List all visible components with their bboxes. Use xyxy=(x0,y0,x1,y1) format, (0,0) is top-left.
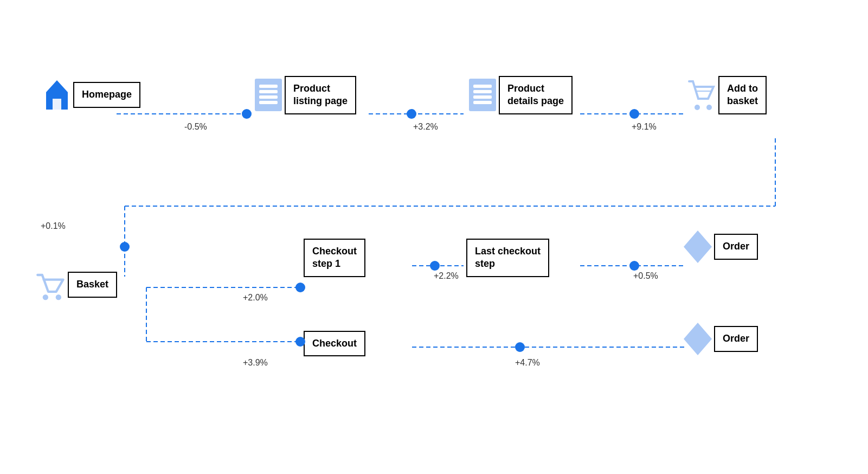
last-checkout-node: Last checkout step xyxy=(466,239,549,277)
svg-marker-30 xyxy=(684,230,712,263)
dot-listing-details xyxy=(407,109,416,119)
dot-checkout-order2 xyxy=(515,342,525,352)
label-checkout-order2: +4.7% xyxy=(515,358,540,368)
checkout-step1-label: Checkout step 1 xyxy=(304,239,365,277)
product-listing-label: Product listing page xyxy=(285,76,356,114)
add-to-basket-label: Add to basket xyxy=(718,76,767,114)
label-basket-checkout: +3.9% xyxy=(243,358,268,368)
diamond-icon-2 xyxy=(681,320,714,358)
homepage-node: Homepage xyxy=(41,76,140,114)
checkout-step1-node: Checkout step 1 xyxy=(304,239,365,277)
diamond-icon-1 xyxy=(681,228,714,266)
svg-rect-14 xyxy=(53,99,61,110)
checkout-label: Checkout xyxy=(304,331,365,356)
homepage-label: Homepage xyxy=(73,82,140,107)
dot-basket-loop xyxy=(120,242,130,252)
listing-icon xyxy=(252,76,285,114)
svg-rect-24 xyxy=(473,101,492,104)
add-to-basket-node: Add to basket xyxy=(686,76,767,114)
diagram: Homepage Product listing page xyxy=(0,0,868,474)
details-icon xyxy=(466,76,499,114)
product-details-label: Product details page xyxy=(499,76,573,114)
dot-homepage-listing xyxy=(242,109,252,119)
svg-rect-16 xyxy=(259,85,278,88)
dot-basket-checkout1 xyxy=(295,283,305,292)
svg-point-29 xyxy=(56,294,61,300)
svg-rect-17 xyxy=(259,90,278,93)
basket-label: Basket xyxy=(68,272,117,297)
svg-rect-15 xyxy=(255,79,282,111)
basket-node: Basket xyxy=(35,266,117,304)
checkout-node: Checkout xyxy=(304,331,365,356)
label-homepage-listing: -0.5% xyxy=(184,122,207,132)
svg-point-25 xyxy=(695,105,700,110)
label-last-order1: +0.5% xyxy=(633,271,658,281)
home-icon xyxy=(41,76,73,114)
label-listing-details: +3.2% xyxy=(413,122,438,132)
product-listing-node: Product listing page xyxy=(252,76,356,114)
svg-point-28 xyxy=(43,294,48,300)
svg-rect-19 xyxy=(259,101,278,104)
last-checkout-label: Last checkout step xyxy=(466,239,549,277)
dot-details-basket xyxy=(629,109,639,119)
svg-rect-21 xyxy=(473,85,492,88)
svg-point-26 xyxy=(706,105,712,110)
order2-node: Order xyxy=(681,320,758,358)
dot-basket-checkout xyxy=(295,337,305,347)
svg-rect-22 xyxy=(473,90,492,93)
svg-marker-31 xyxy=(684,323,712,355)
svg-rect-23 xyxy=(473,95,492,99)
svg-rect-18 xyxy=(259,95,278,99)
label-checkout1-last: +2.2% xyxy=(434,271,459,281)
label-details-basket: +9.1% xyxy=(632,122,657,132)
basket-icon xyxy=(35,266,68,304)
order2-label: Order xyxy=(714,326,758,351)
dot-last-order1 xyxy=(629,261,639,271)
product-details-node: Product details page xyxy=(466,76,573,114)
order1-node: Order xyxy=(681,228,758,266)
cart-icon-addbasket xyxy=(686,76,718,114)
svg-rect-20 xyxy=(469,79,496,111)
dot-checkout1-last xyxy=(430,261,440,271)
label-basket-loop: +0.1% xyxy=(41,221,66,231)
label-basket-checkout1: +2.0% xyxy=(243,293,268,303)
order1-label: Order xyxy=(714,234,758,259)
